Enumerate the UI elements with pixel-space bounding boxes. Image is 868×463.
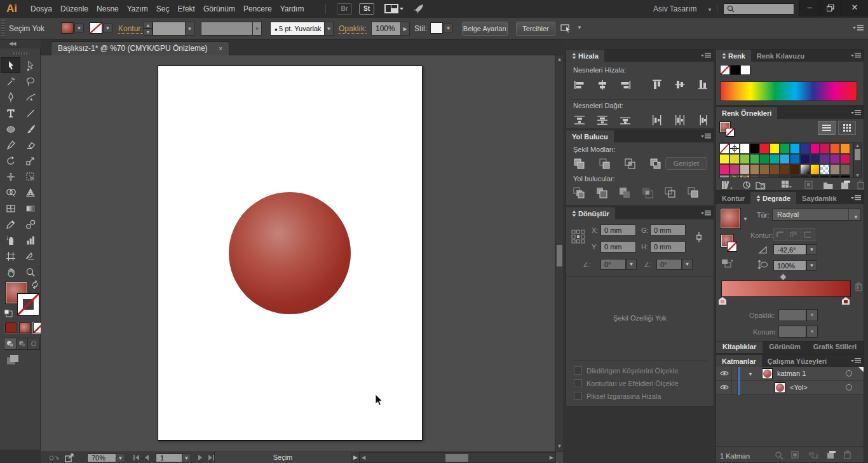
color-black-swatch[interactable] (730, 65, 740, 75)
ellipse-tool[interactable] (1, 121, 20, 137)
swatch-1-5[interactable] (770, 154, 780, 165)
tab-color[interactable]: Renk (716, 50, 751, 62)
swatch-0-10[interactable] (820, 143, 830, 154)
gradient-type-dropdown[interactable]: Radyal ▼ (772, 209, 861, 221)
locate-object-icon[interactable] (775, 451, 783, 460)
sublayer-target-icon[interactable] (846, 384, 852, 390)
menu-düzenle[interactable]: Düzenle (57, 4, 92, 13)
symbol-sprayer-tool[interactable] (1, 232, 20, 248)
new-sublayer-icon[interactable] (809, 451, 819, 460)
eyedropper-tool[interactable] (1, 216, 20, 232)
minimize-button[interactable]: – (799, 0, 820, 17)
document-tab[interactable]: Başlıksız-1* @ %70 (CMYK/GPU Önizleme) × (51, 41, 229, 55)
control-more-arrow[interactable]: ▼ (577, 25, 582, 31)
red-sphere-object[interactable] (229, 192, 351, 314)
swatch-0-8[interactable] (800, 143, 810, 154)
prev-artboard-icon[interactable] (144, 455, 149, 460)
stroke-color-indicator[interactable] (17, 293, 39, 315)
rotate-field[interactable]: 0° (600, 259, 626, 270)
swatch-2-11[interactable] (830, 164, 840, 175)
stop-opacity-field[interactable] (778, 309, 806, 321)
swatch-0-3[interactable] (750, 143, 760, 154)
vscroll-thumb[interactable] (557, 245, 562, 266)
swatch-0-12[interactable] (840, 143, 850, 154)
swatch-1-1[interactable] (729, 154, 740, 165)
rotate-tool[interactable] (1, 153, 20, 169)
width-tool[interactable] (1, 169, 20, 184)
expand-button[interactable]: Genişlet (665, 157, 707, 170)
fill-color-swatch[interactable] (61, 22, 74, 34)
recolor-artwork-icon[interactable] (560, 23, 574, 34)
hscroll-thumb[interactable] (445, 454, 468, 462)
tab-view[interactable]: Görünüm (763, 342, 807, 353)
stock-button[interactable]: St (359, 3, 374, 15)
aspect-ratio-dropdown[interactable]: ▼ (806, 260, 817, 271)
w-field[interactable]: 0 mm (650, 225, 686, 236)
swatch-3-1[interactable] (729, 175, 740, 179)
swatch-1-4[interactable] (759, 154, 770, 165)
rotate-dropdown[interactable]: ▼ (626, 259, 637, 270)
menu-nesne[interactable]: Nesne (93, 4, 123, 13)
next-artboard-icon[interactable] (198, 455, 203, 460)
stop-opacity-dropdown[interactable]: ▼ (806, 309, 818, 321)
outline-icon[interactable] (664, 186, 678, 200)
swatch-2-6[interactable] (780, 164, 790, 175)
gradient-stop-end[interactable] (842, 297, 850, 305)
brush-dropdown[interactable]: ▼ (324, 22, 334, 36)
swatch-3-7[interactable] (790, 175, 800, 179)
pencil-tool[interactable] (1, 137, 20, 153)
style-swatch[interactable] (430, 22, 443, 34)
tab-align[interactable]: Hizala (566, 50, 604, 62)
stroke-color-swatch[interactable] (90, 22, 102, 34)
align-right-icon[interactable] (618, 78, 632, 93)
new-color-group-icon[interactable] (823, 180, 835, 190)
menu-efekt[interactable]: Efekt (174, 4, 199, 13)
hscroll-right-icon[interactable]: ▶ (550, 455, 553, 460)
swatch-3-0[interactable] (719, 175, 729, 179)
menu-dosya[interactable]: Dosya (27, 4, 56, 13)
canvas-pasteboard[interactable] (41, 55, 555, 452)
layer-row[interactable]: ▼ katman 1 (716, 367, 864, 381)
pixel-grid-checkbox[interactable] (574, 392, 582, 400)
default-fill-stroke-icon[interactable] (4, 309, 13, 317)
layers-panel-menu-icon[interactable] (851, 358, 861, 364)
layer-thumbnail[interactable] (762, 368, 773, 379)
first-artboard-icon[interactable] (133, 455, 140, 460)
tab-artboards[interactable]: Çalışma Yüzeyleri (762, 355, 832, 367)
eraser-tool[interactable] (20, 137, 40, 153)
gradient-ramp[interactable] (721, 280, 851, 297)
tab-libraries[interactable]: Kitaplıklar (716, 342, 763, 353)
draw-behind-button[interactable] (17, 338, 29, 350)
controlbar-grip[interactable] (1, 20, 5, 38)
exclude-icon[interactable] (649, 157, 663, 171)
sublayer-name[interactable]: <Yol> (790, 384, 808, 391)
swatch-1-11[interactable] (830, 154, 840, 165)
swatch-2-4[interactable] (759, 164, 770, 175)
menu-yardım[interactable]: Yardım (276, 4, 308, 13)
swatch-3-2[interactable] (740, 175, 750, 179)
swatch-scrollbar[interactable]: ▲ ▼ (853, 142, 862, 178)
stroke-across-button[interactable] (801, 228, 815, 241)
color-white-swatch[interactable] (740, 65, 750, 75)
list-view-button[interactable] (818, 121, 836, 135)
shear-field[interactable]: 0° (656, 259, 682, 270)
pen-tool[interactable] (1, 89, 20, 105)
document-setup-button[interactable]: Belge Ayarları (462, 22, 508, 36)
swatch-2-8[interactable] (800, 164, 810, 175)
tab-layers[interactable]: Katmanlar (716, 355, 762, 367)
tab-transparency[interactable]: Saydamlık (796, 192, 842, 204)
swatch-2-7[interactable] (790, 164, 800, 175)
pathfinder-panel-menu-icon[interactable] (701, 134, 711, 140)
panel-collapse-icon[interactable] (722, 53, 726, 59)
swatch-0-11[interactable] (830, 143, 840, 154)
zoom-dropdown[interactable]: ▼ (116, 453, 125, 462)
swatch-2-12[interactable] (840, 164, 850, 175)
transform-panel-menu-icon[interactable] (701, 211, 711, 217)
arrange-documents-icon[interactable] (384, 4, 403, 14)
tab-graphic-styles[interactable]: Grafik Stilleri (807, 342, 863, 353)
merge-icon[interactable] (618, 186, 632, 200)
reference-point-icon[interactable] (571, 228, 585, 245)
swatch-1-3[interactable] (750, 154, 760, 165)
restore-button[interactable] (820, 0, 841, 17)
search-input[interactable] (723, 3, 794, 15)
